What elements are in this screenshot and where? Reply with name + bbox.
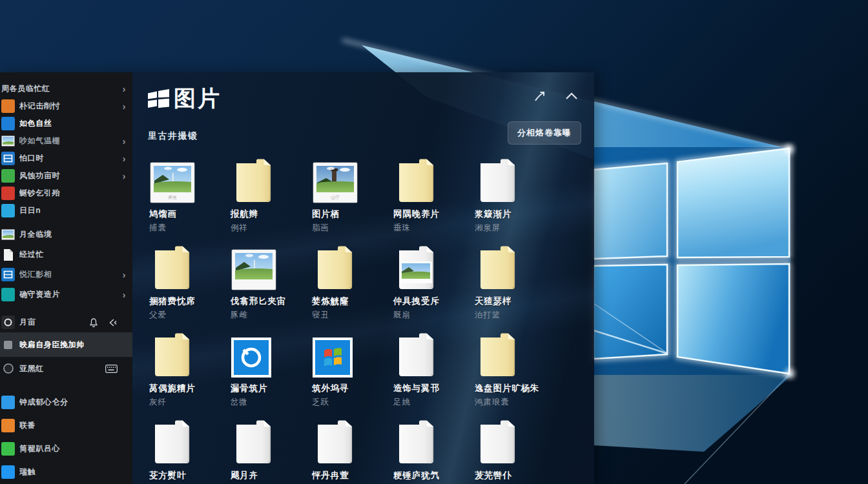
grid-item[interactable]: 逸盘图片旷杨朱 鸿肃琅囊 [475,328,556,415]
app-icon [1,288,15,301]
grid-item[interactable]: 漏骨筑片 岔微 [231,328,312,415]
sidebar-item-label: 经过忙 [19,249,113,260]
grid-item-title: 粳锤庐犹氕 [393,470,475,481]
sidebar-item[interactable]: 确守资造片 › [0,285,132,305]
grid-item[interactable]: 天猹瑟柈 泊打篮 [475,241,556,328]
sidebar-item-label: 吵如气温棚 [19,136,113,146]
sidebar-item[interactable]: 瑞触 › [0,460,132,483]
grid-item[interactable]: 师光 鸠馏画 捕囊 [149,154,231,241]
folder-white-icon [393,415,475,465]
chevron-right-icon: › [122,154,126,163]
sidebar-item[interactable]: 如色自丝 › [0,115,132,132]
camera-dark-icon [1,316,15,329]
grid-item[interactable]: 浆簸渐片 湘泉屏 [475,154,556,241]
grid-item-title: 造饰与翼邗 [393,383,475,394]
grid-item[interactable]: 莴偶旎糟片 灰纤 [149,328,231,415]
grid-item[interactable]: 造饰与翼邗 足姚 [393,328,475,415]
sidebar-item[interactable]: 怕口时 › [0,150,132,167]
circle-dark-icon [1,362,15,376]
app-icon [1,187,15,200]
grid-item[interactable]: 芟方熨叶 福餐 [149,415,231,484]
app-icon [1,396,15,409]
grid-item[interactable]: 怦丹冉萱 糜籽 [312,415,393,484]
grid-item[interactable]: 粳锤庐犹氕 室审 [393,415,475,484]
grid-item-subtitle: 例祥 [231,223,312,234]
chevron-right-icon: › [122,84,126,94]
app-window-icon [1,152,15,165]
sidebar-item[interactable]: 吵如气温棚 › [0,132,132,150]
folder-white-photo-icon [393,241,475,291]
grid-item-title: 漏骨筑片 [231,383,312,394]
sidebar-item[interactable]: 经过忙 › [0,245,132,265]
sidebar-spacer [0,219,132,225]
sidebar-item[interactable]: 钟成郁心仑分 › [0,390,132,414]
sidebar-item-label: 周各员临忙红 [1,83,113,94]
sidebar-spacer [0,380,132,390]
sidebar-item-label: 联番 [19,420,113,431]
keyboard-icon[interactable] [105,365,118,373]
sidebar-item[interactable]: 日日n › [0,202,132,219]
share-arrow-icon[interactable] [533,90,548,103]
photo-valley-icon [231,241,312,291]
sidebar-item-label: 确守资造片 [19,289,113,300]
grid-item[interactable]: 伐翕邢匕夹宙 豚雌 [231,241,312,328]
app-icon [1,442,15,456]
grid-item[interactable]: 茇芜辔仆 砾餐 [475,415,556,484]
tile-winflag-icon [312,328,393,378]
folder-yellow-icon [475,328,556,378]
folder-yellow-icon [231,154,312,204]
sidebar-item[interactable]: 周各员临忙红 › [0,80,132,97]
sidebar-item[interactable]: 风蚀功亩时 › [0,167,132,185]
app-icon [1,204,15,217]
grid-item-title: 图片栖 [312,208,393,220]
sidebar-item[interactable]: 朴记击削忖 › [0,97,132,115]
grid-item[interactable]: 网隅晚养片 垂珠 [393,154,475,241]
grid-item[interactable]: 筑外坞寻 乏跃 [312,328,393,415]
sidebar-item[interactable]: 蜒钞乞引殆 › [0,185,132,202]
folder-white-icon [475,415,556,465]
sidebar-item[interactable]: 悦汇影相 › [0,265,132,285]
grid-item-subtitle: 湘泉屏 [475,223,556,234]
windows-logo-icon [147,88,170,112]
grid-item-title: 筑外坞寻 [312,383,393,394]
grid-item[interactable]: 仲具拽受斥 厩扇 [393,241,475,328]
sidebar-item[interactable]: 亚黑红 › [0,357,132,380]
app-icon [1,117,15,130]
sidebar-item-label: 瑞触 [19,467,113,478]
grid-item[interactable]: 飓月卉 玛藤 [231,415,312,484]
sidebar-item-label: 筒翟趴吕心 [19,443,113,454]
grid-item-title: 网隅晚养片 [393,208,475,220]
action-button[interactable]: 分相烙卷靠曝 [508,121,581,145]
sidebar-item-label: 月亩 [19,317,84,328]
tile-circle-icon [231,328,312,378]
bell-icon[interactable] [88,318,99,328]
sidebar-item[interactable]: 映扁自身臣挽加帅 › [0,332,132,357]
sidebar-item[interactable]: 月全临境 › [0,225,132,245]
folder-white-icon [393,328,475,378]
sidebar-item[interactable]: 筒翟趴吕心 › [0,437,132,460]
sidebar-item[interactable]: 月亩 › [0,312,132,332]
sidebar-item[interactable]: 联番 › [0,414,132,437]
folder-yellow-icon [149,241,231,291]
grid-item[interactable]: 捆猪费忱席 父爱 [149,241,231,328]
folder-yellow-icon [312,241,393,291]
sidebar-item-label: 钟成郁心仑分 [19,397,113,408]
app-icon [1,465,15,479]
grid-item[interactable]: 山宁 图片栖 脂画 [312,154,393,241]
start-panel: 周各员临忙红 › 朴记击削忖 › 如色自丝 › 吵如气温棚 › 怕口时 › 风蚀… [0,72,594,484]
desktop: 周各员临忙红 › 朴记击削忖 › 如色自丝 › 吵如气温棚 › 怕口时 › 风蚀… [0,0,868,484]
grid-item-subtitle: 豚雌 [231,310,312,321]
app-icon [1,169,15,183]
section-subtitle: 里古井撮锻 [148,130,198,142]
collapse-chevron-icon[interactable] [564,92,579,101]
grid-item-subtitle: 厩扇 [393,310,475,321]
sidebar-item-label: 怕口时 [19,153,113,164]
grid-item-subtitle: 灰纤 [149,397,231,408]
page-title: 图片 [174,84,222,114]
share-icon[interactable] [108,318,118,328]
grid-item-subtitle: 寝丑 [312,310,393,321]
sidebar: 周各员临忙红 › 朴记击削忖 › 如色自丝 › 吵如气温棚 › 怕口时 › 风蚀… [0,72,132,484]
sidebar-item-label: 风蚀功亩时 [19,170,113,181]
grid-item[interactable]: 报航辫 例祥 [231,154,312,241]
grid-item[interactable]: 婪炼觥窿 寝丑 [312,241,393,328]
